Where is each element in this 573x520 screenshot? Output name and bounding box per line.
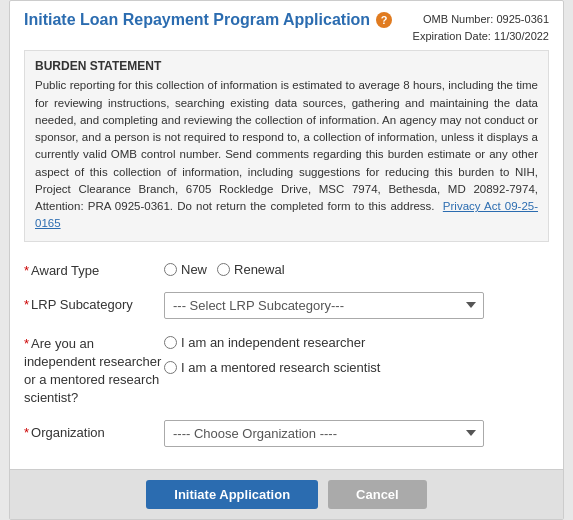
burden-statement: BURDEN STATEMENT Public reporting for th… xyxy=(24,50,549,241)
award-type-label: *Award Type xyxy=(24,258,164,280)
researcher-type-label: *Are you an independent researcher or a … xyxy=(24,331,164,408)
omb-number-value: 0925-0361 xyxy=(496,13,549,25)
required-star-2: * xyxy=(24,297,29,312)
required-star-4: * xyxy=(24,425,29,440)
award-type-options: New Renewal xyxy=(164,258,549,277)
modal-header: Initiate Loan Repayment Program Applicat… xyxy=(10,1,563,50)
help-icon[interactable]: ? xyxy=(376,12,392,28)
lrp-subcategory-control: --- Select LRP Subcategory--- xyxy=(164,292,549,319)
lrp-subcategory-label: *LRP Subcategory xyxy=(24,292,164,314)
burden-text: Public reporting for this collection of … xyxy=(35,77,538,232)
award-type-renewal[interactable]: Renewal xyxy=(217,262,285,277)
expiration-value: 11/30/2022 xyxy=(494,30,549,42)
modal-container: Initiate Loan Repayment Program Applicat… xyxy=(9,0,564,519)
researcher-type-row: *Are you an independent researcher or a … xyxy=(24,331,549,408)
researcher-mentored-label: I am a mentored research scientist xyxy=(181,360,380,375)
initiate-application-button[interactable]: Initiate Application xyxy=(146,480,318,509)
modal-title-area: Initiate Loan Repayment Program Applicat… xyxy=(24,11,392,29)
researcher-mentored-radio[interactable] xyxy=(164,361,177,374)
modal-footer: Initiate Application Cancel xyxy=(10,469,563,519)
researcher-independent-radio[interactable] xyxy=(164,336,177,349)
organization-wrapper: ---- Choose Organization ---- xyxy=(164,420,484,447)
required-star: * xyxy=(24,263,29,278)
page-title: Initiate Loan Repayment Program Applicat… xyxy=(24,11,370,29)
award-type-renewal-radio[interactable] xyxy=(217,263,230,276)
award-type-new-radio[interactable] xyxy=(164,263,177,276)
researcher-type-options: I am an independent researcher I am a me… xyxy=(164,331,549,375)
award-type-new-label: New xyxy=(181,262,207,277)
omb-info: OMB Number: 0925-0361 Expiration Date: 1… xyxy=(413,11,549,44)
omb-number-label: OMB Number: xyxy=(423,13,493,25)
burden-title: BURDEN STATEMENT xyxy=(35,59,538,73)
expiration-label: Expiration Date: xyxy=(413,30,491,42)
researcher-mentored[interactable]: I am a mentored research scientist xyxy=(164,360,380,375)
organization-select[interactable]: ---- Choose Organization ---- xyxy=(164,420,484,447)
organization-row: *Organization ---- Choose Organization -… xyxy=(24,420,549,447)
lrp-subcategory-wrapper: --- Select LRP Subcategory--- xyxy=(164,292,484,319)
form-section: *Award Type New Renewal *LRP Subcategory xyxy=(10,252,563,469)
researcher-independent-label: I am an independent researcher xyxy=(181,335,365,350)
cancel-button[interactable]: Cancel xyxy=(328,480,427,509)
award-type-renewal-label: Renewal xyxy=(234,262,285,277)
organization-label: *Organization xyxy=(24,420,164,442)
burden-text-content: Public reporting for this collection of … xyxy=(35,79,538,212)
award-type-new[interactable]: New xyxy=(164,262,207,277)
lrp-subcategory-select[interactable]: --- Select LRP Subcategory--- xyxy=(164,292,484,319)
organization-control: ---- Choose Organization ---- xyxy=(164,420,549,447)
lrp-subcategory-row: *LRP Subcategory --- Select LRP Subcateg… xyxy=(24,292,549,319)
award-type-row: *Award Type New Renewal xyxy=(24,258,549,280)
researcher-independent[interactable]: I am an independent researcher xyxy=(164,335,365,350)
required-star-3: * xyxy=(24,336,29,351)
